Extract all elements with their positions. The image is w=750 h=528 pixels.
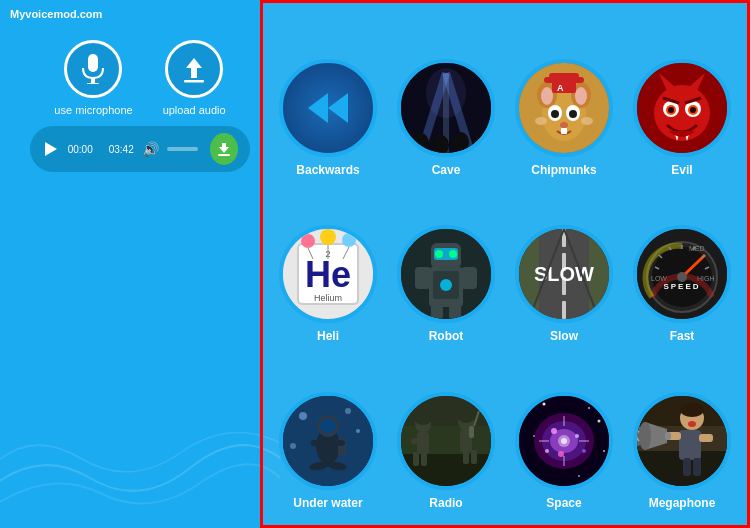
microphone-circle[interactable] — [64, 40, 122, 98]
svg-rect-113 — [333, 440, 345, 446]
svg-rect-2 — [87, 83, 99, 84]
voice-item-evil[interactable]: Evil — [627, 18, 737, 177]
svg-point-129 — [457, 409, 475, 423]
svg-point-45 — [690, 107, 696, 113]
voice-item-underwater[interactable]: Under water — [273, 351, 383, 510]
voice-item-megaphone[interactable]: Megaphone — [627, 351, 737, 510]
time-total: 03:42 — [109, 144, 134, 155]
svg-point-142 — [551, 428, 557, 434]
svg-point-55 — [301, 234, 315, 248]
svg-point-17 — [472, 135, 486, 153]
svg-point-57 — [342, 233, 356, 247]
voice-circle-slow[interactable]: SLOW — [515, 225, 613, 323]
voice-label-evil: Evil — [671, 163, 692, 177]
svg-point-22 — [541, 87, 553, 105]
space-scene-icon — [519, 396, 609, 486]
voice-circle-evil[interactable] — [633, 59, 731, 157]
voice-grid: Backwards Cave — [260, 0, 750, 528]
svg-text:A: A — [557, 83, 564, 93]
voice-circle-robot[interactable] — [397, 225, 495, 323]
voice-circle-space[interactable] — [515, 392, 613, 490]
voice-item-cave[interactable]: Cave — [391, 18, 501, 177]
fast-scene-icon: LOW MED HIGH SPEED — [637, 229, 727, 319]
svg-rect-128 — [471, 450, 477, 464]
voice-label-slow: Slow — [550, 329, 578, 343]
play-button[interactable] — [42, 139, 60, 159]
voice-circle-fast[interactable]: LOW MED HIGH SPEED — [633, 225, 731, 323]
robot-scene-icon — [401, 229, 491, 319]
svg-rect-29 — [561, 128, 567, 134]
megaphone-scene-icon — [637, 396, 727, 486]
svg-point-157 — [680, 403, 704, 417]
wave-decoration — [0, 328, 280, 528]
svg-point-27 — [569, 110, 577, 118]
svg-point-102 — [299, 412, 307, 420]
voice-item-heli[interactable]: 2 He Helium Heli — [273, 185, 383, 344]
svg-rect-127 — [463, 450, 469, 464]
voice-circle-radio[interactable] — [397, 392, 495, 490]
svg-rect-4 — [184, 80, 204, 83]
svg-point-143 — [575, 434, 579, 438]
download-button[interactable] — [210, 133, 238, 165]
svg-point-31 — [581, 117, 593, 125]
voice-label-robot: Robot — [429, 329, 464, 343]
voice-circle-chipmunks[interactable]: A — [515, 59, 613, 157]
voice-circle-megaphone[interactable] — [633, 392, 731, 490]
voice-circle-backwards[interactable] — [279, 59, 377, 157]
svg-rect-121 — [421, 452, 427, 466]
upload-label: upload audio — [163, 104, 226, 116]
heli-scene-icon: 2 He Helium — [283, 229, 373, 319]
svg-rect-120 — [413, 452, 419, 466]
volume-bar[interactable] — [167, 147, 198, 151]
svg-point-64 — [440, 279, 452, 291]
voice-circle-underwater[interactable] — [279, 392, 377, 490]
time-current: 00:00 — [68, 144, 93, 155]
voice-circle-heli[interactable]: 2 He Helium — [279, 225, 377, 323]
rewind-icon — [303, 83, 353, 133]
evil-scene-icon — [637, 63, 727, 153]
voice-item-chipmunks[interactable]: A Chipmunks — [509, 18, 619, 177]
voice-label-backwards: Backwards — [296, 163, 359, 177]
voice-label-space: Space — [546, 496, 581, 510]
radio-scene-icon — [401, 396, 491, 486]
svg-marker-7 — [308, 93, 328, 123]
upload-circle[interactable] — [165, 40, 223, 98]
svg-point-91 — [677, 272, 687, 282]
voice-label-heli: Heli — [317, 329, 339, 343]
left-panel: use microphone upload audio 00:00 03:42 … — [20, 30, 260, 172]
svg-point-131 — [528, 410, 530, 412]
voice-item-fast[interactable]: LOW MED HIGH SPEED Fast — [627, 185, 737, 344]
svg-point-136 — [603, 450, 605, 452]
svg-point-145 — [582, 449, 586, 453]
svg-point-138 — [578, 475, 580, 477]
svg-point-137 — [523, 465, 526, 468]
svg-rect-73 — [449, 305, 461, 319]
svg-point-134 — [598, 420, 601, 423]
brand-label: Myvoicemod.com — [10, 8, 102, 20]
upload-audio-button[interactable]: upload audio — [163, 40, 226, 116]
svg-text:Helium: Helium — [314, 293, 342, 303]
voice-label-chipmunks: Chipmunks — [531, 163, 596, 177]
svg-point-69 — [449, 250, 457, 258]
voice-item-slow[interactable]: SLOW Slow — [509, 185, 619, 344]
voice-item-space[interactable]: Space — [509, 351, 619, 510]
svg-point-26 — [551, 110, 559, 118]
svg-point-104 — [356, 429, 360, 433]
voice-item-radio[interactable]: Radio — [391, 351, 501, 510]
svg-point-105 — [290, 443, 296, 449]
svg-rect-80 — [562, 301, 566, 319]
svg-rect-164 — [665, 432, 671, 440]
svg-rect-6 — [218, 154, 230, 156]
player-bar: 00:00 03:42 🔊 — [30, 126, 250, 172]
svg-point-14 — [413, 133, 429, 153]
svg-point-103 — [345, 408, 351, 414]
svg-rect-119 — [411, 438, 421, 444]
voice-item-robot[interactable]: Robot — [391, 185, 501, 344]
voice-item-backwards[interactable]: Backwards — [273, 18, 383, 177]
use-microphone-button[interactable]: use microphone — [54, 40, 132, 116]
upload-icon — [181, 54, 207, 84]
svg-point-16 — [453, 132, 469, 152]
voice-circle-cave[interactable] — [397, 59, 495, 157]
cave-scene-icon — [401, 63, 491, 153]
microphone-icon — [80, 54, 106, 84]
